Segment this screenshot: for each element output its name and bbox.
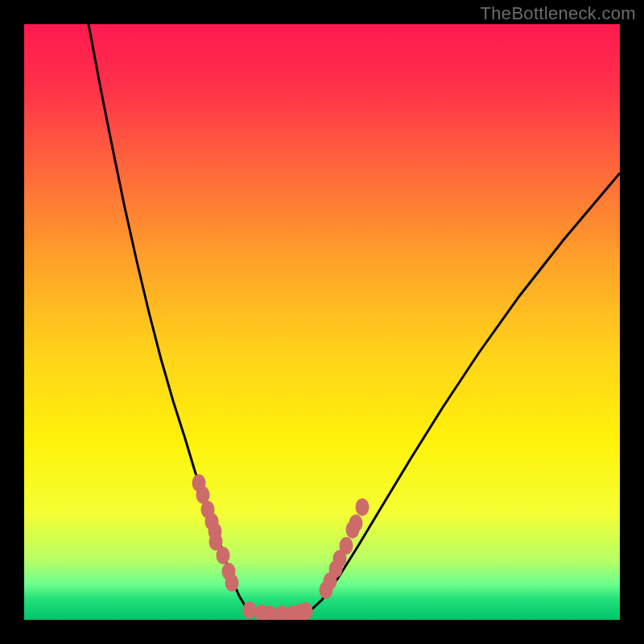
data-dot [217,547,230,564]
data-dot [299,602,313,620]
plot-area [24,24,620,620]
watermark-text: TheBottleneck.com [481,3,636,24]
chart-svg [24,24,620,620]
data-dot [243,601,257,619]
data-dot [356,498,369,516]
app-frame: TheBottleneck.com [0,0,644,644]
data-dot [340,537,353,555]
data-dot [349,514,363,532]
data-dots [192,474,369,620]
data-dot [225,574,239,592]
